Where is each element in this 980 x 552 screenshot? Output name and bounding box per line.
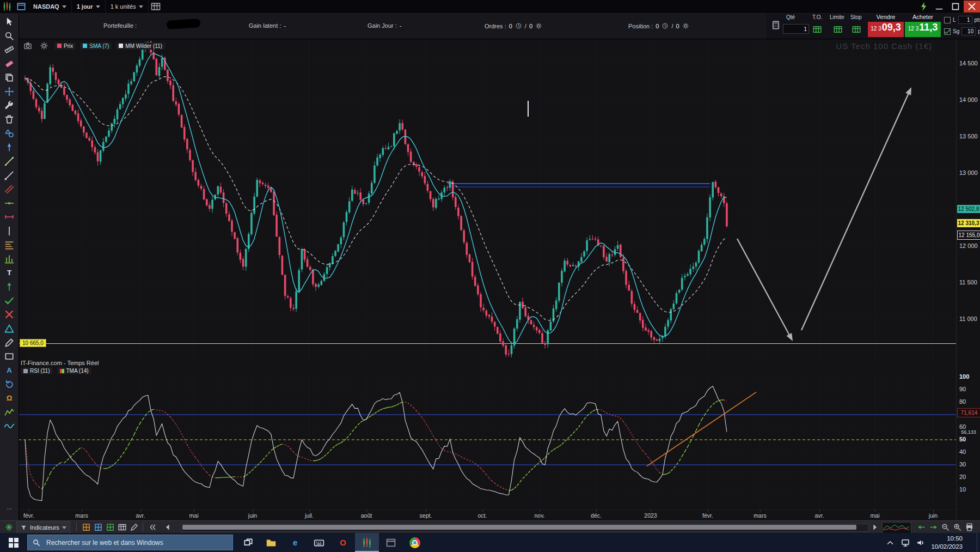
- taskbar-app-keyboard[interactable]: [307, 533, 331, 552]
- maximize-button[interactable]: [947, 1, 964, 13]
- layout-multi-icon[interactable]: [94, 523, 103, 532]
- to-order-button[interactable]: [812, 25, 822, 34]
- rectangle-tool[interactable]: [4, 351, 15, 362]
- taskbar-search-input[interactable]: [45, 538, 211, 547]
- minimize-button[interactable]: [931, 1, 947, 13]
- taskbar-app-media-app[interactable]: [379, 533, 403, 552]
- position-settings-icon[interactable]: [682, 22, 689, 29]
- edit-pencil-icon[interactable]: [130, 523, 139, 532]
- chart-settings-icon[interactable]: [150, 1, 161, 12]
- tray-display-icon[interactable]: [901, 538, 910, 548]
- label-tool[interactable]: A: [4, 365, 15, 376]
- legend-wilder[interactable]: MM Wilder (11): [116, 43, 165, 50]
- eraser-tool[interactable]: [4, 58, 15, 69]
- timeframe-selector[interactable]: 1 jour: [72, 0, 106, 13]
- workspace-icon[interactable]: [16, 1, 27, 12]
- print-button[interactable]: [965, 523, 974, 532]
- legend-sma[interactable]: SMA (7): [80, 43, 112, 50]
- units-selector[interactable]: 1 k unités: [106, 0, 149, 13]
- tray-hidden-icons-chevron-icon[interactable]: [885, 538, 895, 548]
- trendline-tool[interactable]: [4, 156, 15, 167]
- ruler-tool[interactable]: [4, 44, 15, 55]
- layout-green-icon[interactable]: [106, 523, 115, 532]
- order-table-icon[interactable]: [118, 523, 127, 532]
- taskbar-search[interactable]: [27, 535, 233, 550]
- nav-back-button[interactable]: [917, 523, 926, 532]
- app-chart-icon[interactable]: [2, 1, 13, 12]
- taskbar-app-prorealtime[interactable]: [355, 533, 379, 552]
- taskbar-app-file-explorer[interactable]: [259, 533, 283, 552]
- zoom-in-button[interactable]: [953, 523, 962, 532]
- legend-prix[interactable]: Prix: [54, 43, 76, 50]
- tray-volume-icon[interactable]: [916, 538, 926, 548]
- settings-tool[interactable]: [4, 100, 15, 111]
- limit-checkbox[interactable]: [944, 17, 951, 23]
- vertical-line-tool[interactable]: [4, 226, 15, 236]
- indicators-dropdown[interactable]: Indicateurs: [16, 521, 70, 533]
- start-button[interactable]: [0, 533, 27, 552]
- duplicate-tool[interactable]: [4, 72, 15, 83]
- orders-settings-icon[interactable]: [535, 22, 542, 29]
- arrow-up-tool[interactable]: [4, 281, 15, 292]
- rsi-chart[interactable]: [19, 376, 956, 509]
- zoom-out-button[interactable]: [941, 523, 950, 532]
- collapse-left-icon[interactable]: [148, 523, 157, 532]
- legend-settings-icon[interactable]: [40, 41, 48, 50]
- legend-tma[interactable]: TMA (14): [57, 367, 91, 374]
- taskbar-clock[interactable]: 10:50 10/02/2023: [931, 535, 963, 550]
- validate-tool[interactable]: [4, 295, 15, 306]
- ray-tool[interactable]: [4, 170, 15, 181]
- freehand-tool[interactable]: [4, 337, 15, 348]
- fibonacci-tool[interactable]: [4, 240, 15, 251]
- shapes-tool[interactable]: [4, 128, 15, 139]
- hscrollbar-thumb[interactable]: [182, 525, 856, 530]
- cancel-tool[interactable]: [4, 309, 15, 320]
- horizontal-line-tool[interactable]: [4, 198, 15, 209]
- delete-tool[interactable]: [4, 114, 15, 125]
- channel-tool[interactable]: [4, 184, 15, 195]
- calculator-icon[interactable]: [771, 20, 781, 30]
- pointer-tool[interactable]: [4, 16, 15, 27]
- camera-icon[interactable]: [23, 41, 32, 50]
- price-axis[interactable]: 14 50014 00013 50013 00012 00011 50011 0…: [956, 39, 980, 520]
- limit-points-input[interactable]: [958, 16, 972, 24]
- zigzag-tool[interactable]: [4, 407, 15, 418]
- task-view-button[interactable]: [237, 533, 259, 552]
- symbol-selector[interactable]: NASDAQ: [28, 0, 72, 13]
- sell-button[interactable]: 12 3 09,3: [868, 22, 904, 37]
- wave-tool[interactable]: [4, 421, 15, 432]
- rotate-tool[interactable]: [4, 379, 15, 390]
- chart-minimap[interactable]: [882, 522, 911, 533]
- pin-tool[interactable]: [4, 142, 15, 153]
- stop-points-input[interactable]: [961, 27, 976, 35]
- quantity-input[interactable]: [783, 24, 809, 34]
- nav-forward-button[interactable]: [929, 523, 938, 532]
- more-tools-button[interactable]: [4, 504, 15, 509]
- close-button[interactable]: [964, 1, 980, 13]
- realtime-bolt-icon[interactable]: [918, 1, 929, 12]
- orders-clock-icon[interactable]: [515, 22, 522, 29]
- stop-checkbox[interactable]: [944, 28, 951, 35]
- chart-hscrollbar[interactable]: [181, 524, 869, 532]
- limit-order-button[interactable]: [833, 25, 843, 34]
- scroll-left-button[interactable]: [163, 523, 173, 532]
- stop-order-button[interactable]: [852, 25, 861, 34]
- legend-rsi[interactable]: RSI (11): [21, 367, 53, 374]
- taskbar-app-edge[interactable]: e: [283, 533, 307, 552]
- draw-burst-icon[interactable]: [4, 523, 14, 532]
- position-clock-icon[interactable]: [661, 22, 669, 29]
- histogram-tool[interactable]: [4, 253, 15, 264]
- taskbar-app-opera[interactable]: O: [331, 533, 355, 552]
- show-desktop-button[interactable]: [977, 533, 980, 552]
- triangle-tool[interactable]: [4, 323, 15, 334]
- price-chart[interactable]: [19, 39, 956, 360]
- buy-button[interactable]: 12 3 11,3: [905, 22, 941, 37]
- taskbar-app-chrome[interactable]: [403, 533, 427, 552]
- scroll-right-button[interactable]: [870, 523, 879, 532]
- time-axis[interactable]: févr.marsavr.maijuinjuil.aoûtsept.oct.no…: [19, 509, 956, 521]
- zoom-tool[interactable]: [4, 31, 15, 41]
- horizontal-segment-tool[interactable]: [4, 211, 15, 222]
- omega-tool[interactable]: Ω: [4, 393, 15, 404]
- move-tool[interactable]: [4, 86, 15, 97]
- text-tool[interactable]: T: [4, 268, 15, 278]
